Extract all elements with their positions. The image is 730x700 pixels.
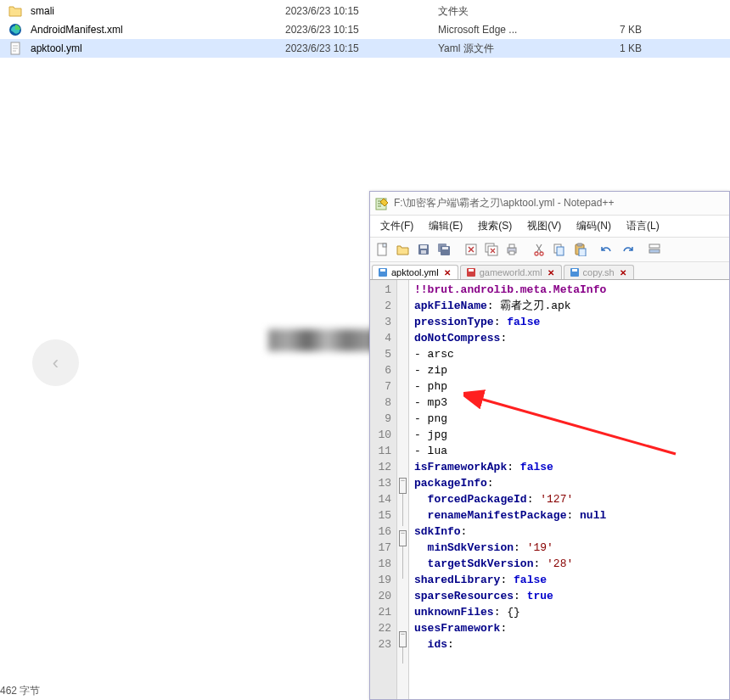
file-type: 文件夹	[438, 4, 582, 19]
copy-button[interactable]	[550, 240, 569, 259]
chevron-left-icon: ‹	[53, 352, 59, 374]
svg-rect-4	[383, 244, 386, 247]
svg-rect-25	[649, 249, 660, 253]
svg-rect-16	[509, 251, 514, 255]
file-list: smali2023/6/23 10:15文件夹AndroidManifest.x…	[0, 0, 730, 59]
line-number-gutter: 1234567891011121314151617181920212223	[370, 280, 397, 699]
file-date: 2023/6/23 10:15	[285, 5, 438, 17]
notepadpp-window: F:\加密客户端\霸者之刃\apktool.yml - Notepad++ 文件…	[369, 191, 730, 700]
undo-button[interactable]	[598, 240, 616, 259]
tab-close-icon[interactable]: ✕	[618, 268, 628, 277]
menu-item[interactable]: 语言(L)	[620, 217, 666, 235]
find-button[interactable]	[645, 240, 664, 259]
file-name: apktool.yml	[31, 42, 285, 54]
tab-close-icon[interactable]: ✕	[546, 268, 556, 277]
save-all-button[interactable]	[435, 240, 453, 259]
editor-tab[interactable]: gameworld.xml✕	[460, 265, 562, 279]
prev-button[interactable]: ‹	[32, 339, 79, 386]
svg-rect-15	[509, 244, 514, 248]
file-type: Yaml 源文件	[438, 42, 582, 56]
tab-label: copy.sh	[583, 267, 615, 277]
svg-rect-6	[420, 245, 427, 249]
disk-icon	[466, 267, 476, 277]
close-all-button[interactable]	[482, 240, 501, 259]
edge-icon	[8, 23, 22, 36]
status-bar: 462 字节	[0, 684, 40, 698]
toolbar	[370, 238, 729, 262]
file-size: 1 KB	[582, 42, 642, 54]
file-name: smali	[31, 5, 285, 17]
code-content[interactable]: !!brut.androlib.meta.MetaInfo apkFileNam…	[409, 280, 729, 699]
menu-item[interactable]: 编辑(E)	[422, 217, 469, 235]
editor-area[interactable]: 1234567891011121314151617181920212223 −−…	[370, 280, 729, 699]
svg-rect-31	[572, 269, 577, 272]
menu-item[interactable]: 编码(N)	[570, 217, 618, 235]
file-type: Microsoft Edge ...	[438, 24, 582, 36]
open-file-button[interactable]	[394, 240, 413, 259]
svg-rect-20	[557, 247, 564, 255]
file-name: AndroidManifest.xml	[31, 24, 285, 36]
window-title: F:\加密客户端\霸者之刃\apktool.yml - Notepad++	[394, 196, 614, 210]
disk-icon	[378, 267, 388, 277]
svg-rect-23	[579, 249, 586, 256]
editor-tab[interactable]: copy.sh✕	[564, 265, 634, 279]
notepadpp-icon	[375, 197, 389, 210]
disk-icon	[570, 267, 580, 277]
menu-item[interactable]: 搜索(S)	[471, 217, 519, 235]
print-button[interactable]	[503, 240, 521, 259]
editor-tab[interactable]: apktool.yml✕	[372, 265, 458, 279]
tab-close-icon[interactable]: ✕	[442, 268, 452, 277]
editor-tabs: apktool.yml✕gameworld.xml✕copy.sh✕	[370, 262, 729, 280]
svg-rect-22	[577, 244, 582, 246]
file-date: 2023/6/23 10:15	[285, 24, 438, 36]
file-row[interactable]: apktool.yml2023/6/23 10:15Yaml 源文件1 KB	[0, 39, 730, 58]
file-date: 2023/6/23 10:15	[285, 42, 438, 54]
cut-button[interactable]	[530, 240, 548, 259]
folder-icon	[8, 4, 22, 18]
svg-point-18	[540, 252, 543, 255]
svg-rect-29	[469, 269, 474, 272]
file-icon	[8, 42, 22, 55]
file-row[interactable]: AndroidManifest.xml2023/6/23 10:15Micros…	[0, 20, 730, 39]
tab-label: apktool.yml	[391, 267, 439, 277]
svg-rect-10	[442, 247, 448, 249]
tab-label: gameworld.xml	[480, 267, 542, 277]
file-size: 7 KB	[582, 24, 642, 36]
fold-column[interactable]: −−−	[397, 280, 409, 699]
close-button[interactable]	[462, 240, 480, 259]
paste-button[interactable]	[570, 240, 589, 259]
menubar: 文件(F)编辑(E)搜索(S)视图(V)编码(N)语言(L)	[370, 216, 729, 238]
svg-rect-7	[421, 250, 426, 254]
svg-point-17	[535, 252, 538, 255]
window-titlebar[interactable]: F:\加密客户端\霸者之刃\apktool.yml - Notepad++	[370, 192, 729, 216]
new-file-button[interactable]	[373, 240, 392, 259]
redo-button[interactable]	[618, 240, 637, 259]
save-button[interactable]	[414, 240, 433, 259]
svg-rect-27	[380, 269, 385, 272]
menu-item[interactable]: 视图(V)	[520, 217, 568, 235]
file-row[interactable]: smali2023/6/23 10:15文件夹	[0, 2, 730, 20]
menu-item[interactable]: 文件(F)	[373, 217, 420, 235]
svg-rect-24	[649, 244, 660, 248]
